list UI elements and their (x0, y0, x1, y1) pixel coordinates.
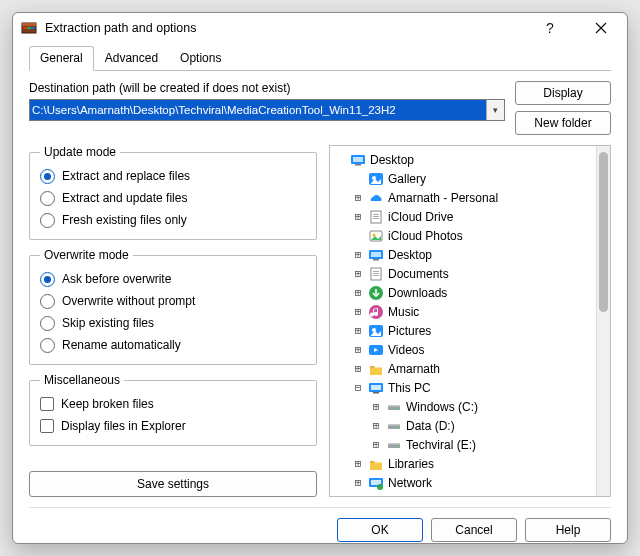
destination-value[interactable]: C:\Users\Amarnath\Desktop\Techviral\Medi… (30, 100, 486, 120)
tree-node[interactable]: ⊞Documents (334, 264, 596, 283)
gallery-icon (368, 171, 384, 187)
destination-combobox[interactable]: C:\Users\Amarnath\Desktop\Techviral\Medi… (29, 99, 505, 121)
folder-icon (368, 456, 384, 472)
tree-node[interactable]: ⊞Downloads (334, 283, 596, 302)
drive-icon (386, 399, 402, 415)
expand-icon[interactable]: ⊞ (352, 363, 364, 375)
new-folder-button[interactable]: New folder (515, 111, 611, 135)
expand-icon[interactable]: ⊞ (370, 439, 382, 451)
destination-label: Destination path (will be created if doe… (29, 81, 505, 95)
save-settings-button[interactable]: Save settings (29, 471, 317, 497)
expand-icon[interactable]: ⊞ (352, 287, 364, 299)
tree-node[interactable]: ⊞Amarnath (334, 359, 596, 378)
svg-rect-23 (373, 275, 379, 276)
expand-icon[interactable]: ⊞ (352, 325, 364, 337)
expand-icon[interactable]: ⊞ (370, 420, 382, 432)
expand-icon[interactable]: ⊞ (352, 211, 364, 223)
tab-options[interactable]: Options (169, 46, 232, 71)
tree-node-label: iCloud Photos (388, 230, 463, 242)
expand-icon[interactable]: ⊞ (352, 249, 364, 261)
tree-node-label: Videos (388, 344, 424, 356)
svg-rect-19 (373, 259, 379, 261)
svg-rect-31 (373, 392, 379, 394)
titlebar: Extraction path and options ? (13, 13, 627, 43)
svg-rect-30 (371, 385, 381, 390)
radio-skip-existing[interactable]: Skip existing files (40, 312, 306, 334)
svg-rect-7 (353, 157, 363, 162)
main-columns: Update mode Extract and replace files Ex… (29, 145, 611, 497)
tree-node[interactable]: ⊞Techviral (E:) (334, 435, 596, 454)
svg-rect-18 (371, 252, 381, 257)
radio-extract-replace[interactable]: Extract and replace files (40, 165, 306, 187)
tree-node-label: This PC (388, 382, 431, 394)
options-column: Update mode Extract and replace files Ex… (29, 145, 317, 497)
collapse-icon[interactable]: ⊟ (352, 382, 364, 394)
svg-rect-1 (22, 23, 36, 26)
tree-node[interactable]: ⊟This PC (334, 378, 596, 397)
expand-icon[interactable]: ⊞ (352, 306, 364, 318)
tree-node[interactable]: ⊞Amarnath - Personal (334, 188, 596, 207)
tree-node-label: Gallery (388, 173, 426, 185)
radio-overwrite-no-prompt[interactable]: Overwrite without prompt (40, 290, 306, 312)
chevron-down-icon[interactable]: ▾ (486, 100, 504, 120)
videos-icon (368, 342, 384, 358)
pictures-icon (368, 323, 384, 339)
expand-icon[interactable]: ⊞ (352, 268, 364, 280)
tree-node[interactable]: ⊞Desktop (334, 245, 596, 264)
expand-icon[interactable]: ⊞ (352, 477, 364, 489)
display-button[interactable]: Display (515, 81, 611, 105)
tree-node[interactable]: ⊞Pictures (334, 321, 596, 340)
radio-icon (40, 191, 55, 206)
dialog-window: Extraction path and options ? General Ad… (12, 12, 628, 544)
close-button[interactable] (579, 13, 623, 43)
radio-extract-update[interactable]: Extract and update files (40, 187, 306, 209)
music-icon (368, 304, 384, 320)
expand-icon[interactable]: ⊞ (352, 192, 364, 204)
check-display-explorer[interactable]: Display files in Explorer (40, 415, 306, 437)
svg-point-34 (397, 407, 399, 409)
tree-node[interactable]: ⊞iCloud Drive (334, 207, 596, 226)
tree-node[interactable]: Gallery (334, 169, 596, 188)
expand-icon[interactable]: ⊞ (370, 401, 382, 413)
tree-node[interactable]: ⊞Videos (334, 340, 596, 359)
tree-node-label: Music (388, 306, 419, 318)
tree-node-label: Network (388, 477, 432, 489)
check-keep-broken[interactable]: Keep broken files (40, 393, 306, 415)
radio-icon (40, 294, 55, 309)
svg-rect-12 (373, 214, 379, 215)
overwrite-mode-group: Overwrite mode Ask before overwrite Over… (29, 248, 317, 365)
tree-column: DesktopGallery⊞Amarnath - Personal⊞iClou… (329, 145, 611, 497)
photos-icon (368, 228, 384, 244)
dialog-content: General Advanced Options Destination pat… (13, 43, 627, 544)
cancel-button[interactable]: Cancel (431, 518, 517, 542)
ok-button[interactable]: OK (337, 518, 423, 542)
tree-node[interactable]: Desktop (334, 150, 596, 169)
tree-node-label: Libraries (388, 458, 434, 470)
expand-icon[interactable]: ⊞ (352, 458, 364, 470)
radio-rename-auto[interactable]: Rename automatically (40, 334, 306, 356)
tree-node[interactable]: ⊞Network (334, 473, 596, 492)
vertical-scrollbar[interactable] (596, 146, 610, 496)
help-button[interactable]: Help (525, 518, 611, 542)
help-titlebar-button[interactable]: ? (527, 13, 571, 43)
scrollbar-thumb[interactable] (599, 152, 608, 312)
pc-icon (368, 380, 384, 396)
expand-icon[interactable]: ⊞ (352, 344, 364, 356)
radio-icon (40, 169, 55, 184)
tree-node[interactable]: iCloud Photos (334, 226, 596, 245)
tabstrip: General Advanced Options (29, 45, 611, 71)
tree-node[interactable]: ⊞Libraries (334, 454, 596, 473)
folder-tree[interactable]: DesktopGallery⊞Amarnath - Personal⊞iClou… (330, 146, 596, 496)
radio-fresh-only[interactable]: Fresh existing files only (40, 209, 306, 231)
update-mode-legend: Update mode (40, 145, 120, 159)
radio-ask-overwrite[interactable]: Ask before overwrite (40, 268, 306, 290)
tree-node-label: Amarnath (388, 363, 440, 375)
tree-node-label: Documents (388, 268, 449, 280)
tree-node[interactable]: ⊞Windows (C:) (334, 397, 596, 416)
tree-node[interactable]: ⊞Data (D:) (334, 416, 596, 435)
tab-advanced[interactable]: Advanced (94, 46, 169, 71)
svg-rect-14 (373, 218, 379, 219)
tab-general[interactable]: General (29, 46, 94, 71)
tree-node[interactable]: ⊞Music (334, 302, 596, 321)
svg-point-43 (377, 484, 383, 490)
